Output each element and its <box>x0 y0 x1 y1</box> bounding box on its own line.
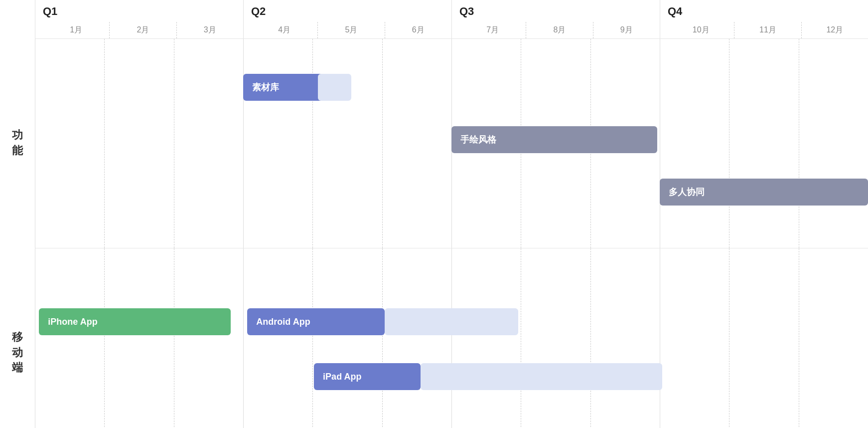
grid-cell-mobile-month-5 <box>312 248 382 428</box>
quarters-header: Q11月2月3月Q24月5月6月Q37月8月9月Q410月11月12月 <box>35 0 868 38</box>
grid-cell-func-month-4 <box>243 39 312 248</box>
grid-cell-func-month-5 <box>312 39 382 248</box>
grid-cell-mobile-month-7 <box>451 248 521 428</box>
grid-cell-func-month-1 <box>35 39 104 248</box>
quarter-label-q1: Q1 <box>43 5 243 18</box>
grid-cell-func-month-2 <box>104 39 173 248</box>
corner-spacer <box>0 0 35 38</box>
gantt-chart: Q11月2月3月Q24月5月6月Q37月8月9月Q410月11月12月 功 能移… <box>0 0 868 428</box>
grid-cell-func-month-10 <box>660 39 729 248</box>
grid-cell-mobile-month-6 <box>382 248 451 428</box>
quarter-label-q2: Q2 <box>251 5 451 18</box>
grid-cell-mobile-month-3 <box>174 248 243 428</box>
body: 功 能移 动 端 素材库手绘风格多人协同iPhone AppAndroid Ap… <box>0 38 868 428</box>
grid-cell-func-month-3 <box>174 39 243 248</box>
grid-area: 素材库手绘风格多人协同iPhone AppAndroid AppiPad App <box>35 38 868 428</box>
grid-cell-mobile-month-9 <box>590 248 660 428</box>
grid-cell-func-month-6 <box>382 39 451 248</box>
quarter-label-q3: Q3 <box>459 5 660 18</box>
month-cell-1月: 1月 <box>43 22 109 38</box>
month-cell-9月: 9月 <box>593 22 660 38</box>
month-cell-4月: 4月 <box>251 22 317 38</box>
month-cell-11月: 11月 <box>734 22 801 38</box>
quarter-q3: Q37月8月9月 <box>451 0 660 38</box>
grid-cell-mobile-month-1 <box>35 248 104 428</box>
row-labels: 功 能移 动 端 <box>0 38 35 428</box>
grid-cell-mobile-month-4 <box>243 248 312 428</box>
month-cell-3月: 3月 <box>176 22 243 38</box>
header: Q11月2月3月Q24月5月6月Q37月8月9月Q410月11月12月 <box>0 0 868 38</box>
quarter-q2: Q24月5月6月 <box>243 0 451 38</box>
month-cell-8月: 8月 <box>526 22 592 38</box>
grid-cell-func-month-9 <box>590 39 660 248</box>
grid-cell-mobile-month-8 <box>521 248 590 428</box>
month-cell-6月: 6月 <box>385 22 451 38</box>
quarter-label-q4: Q4 <box>668 5 868 18</box>
row-label-mobile: 移 动 端 <box>0 248 35 428</box>
grid-row-func: 素材库手绘风格多人协同 <box>35 38 868 248</box>
months-row-q1: 1月2月3月 <box>43 22 243 38</box>
grid-cell-func-month-8 <box>521 39 590 248</box>
grid-cell-mobile-month-10 <box>660 248 729 428</box>
grid-cell-mobile-month-2 <box>104 248 173 428</box>
grid-cell-func-month-12 <box>799 39 868 248</box>
month-cell-5月: 5月 <box>317 22 384 38</box>
grid-cell-func-month-7 <box>451 39 521 248</box>
month-cell-7月: 7月 <box>459 22 526 38</box>
quarter-q4: Q410月11月12月 <box>660 0 868 38</box>
month-cell-10月: 10月 <box>668 22 734 38</box>
grid-cell-mobile-month-12 <box>799 248 868 428</box>
row-label-func: 功 能 <box>0 38 35 248</box>
month-cell-12月: 12月 <box>801 22 868 38</box>
months-row-q3: 7月8月9月 <box>459 22 660 38</box>
grid-row-mobile: iPhone AppAndroid AppiPad App <box>35 248 868 428</box>
month-cell-2月: 2月 <box>109 22 176 38</box>
grid-cell-func-month-11 <box>729 39 798 248</box>
grid-cell-mobile-month-11 <box>729 248 798 428</box>
months-row-q2: 4月5月6月 <box>251 22 451 38</box>
months-row-q4: 10月11月12月 <box>668 22 868 38</box>
quarter-q1: Q11月2月3月 <box>35 0 243 38</box>
